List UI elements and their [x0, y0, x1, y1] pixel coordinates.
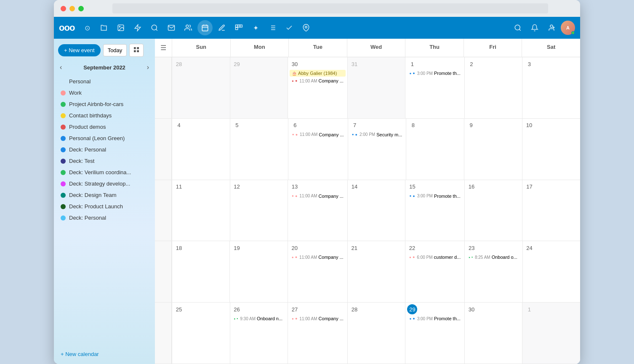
app-bar: ooo ⊙ ✦ [54, 17, 580, 39]
notes-icon[interactable] [214, 20, 229, 35]
app-window: ooo ⊙ ✦ [54, 0, 580, 364]
today-button[interactable]: Today [103, 44, 127, 56]
calendar-item-2[interactable]: Project Airbnb-for-cars [57, 99, 152, 109]
date-number: 1 [524, 304, 534, 314]
activity-icon[interactable] [130, 20, 145, 35]
date-number: 30 [290, 59, 300, 69]
calendar-day-cell[interactable]: 7●2:00 PM Security m... [348, 119, 406, 180]
event-chip[interactable]: ●2:00 PM Security m... [350, 131, 405, 138]
calendar-item-1[interactable]: Work [57, 88, 152, 98]
home-icon[interactable]: ⊙ [80, 20, 95, 35]
event-chip[interactable]: ▪9:30 AM Onboard n... [232, 315, 286, 322]
deck-icon[interactable] [231, 20, 246, 35]
calendar-item-10[interactable]: Deck: Design Team [57, 190, 152, 200]
event-chip[interactable]: ●11:00 AM Company ... [290, 193, 346, 199]
calendar-day-cell[interactable]: 29 [230, 57, 288, 118]
notifications-icon[interactable] [527, 20, 542, 35]
calendar-item-12[interactable]: Deck: Personal [57, 213, 152, 223]
calendar-day-cell[interactable]: 30🎂Abby Galier (1984)●11:00 AM Company .… [288, 57, 347, 118]
calendar-day-cell[interactable]: 30 [464, 303, 522, 364]
event-chip[interactable]: ▪8:25 AM Onboard o... [466, 254, 520, 260]
calendar-item-11[interactable]: Deck: Product Launch [57, 201, 152, 212]
calendar-item-7[interactable]: Deck: Test [57, 156, 152, 166]
calendar-day-cell[interactable]: 12 [230, 180, 288, 241]
new-event-button[interactable]: + New event [58, 44, 101, 56]
event-chip[interactable]: ●11:00 AM Company ... [290, 254, 346, 260]
calendar-day-cell[interactable]: 13●11:00 AM Company ... [288, 180, 347, 241]
search-icon[interactable] [147, 20, 162, 35]
calendar-day-cell[interactable]: 22●6:00 PM customer d... [405, 241, 464, 302]
calendar-day-cell[interactable]: 18 [172, 241, 229, 302]
calendar-day-cell[interactable]: 14 [347, 180, 405, 241]
calendar-day-cell[interactable]: 16 [464, 180, 522, 241]
svg-marker-2 [135, 25, 141, 31]
maps-icon[interactable] [298, 20, 314, 35]
calendar-day-cell[interactable]: 5 [230, 119, 288, 180]
calendar-day-cell[interactable]: 6●11:00 AM Company ... [288, 119, 348, 180]
calendar-name: Deck: Product Launch [69, 203, 123, 210]
calendar-day-cell[interactable]: 27●11:00 AM Company ... [288, 303, 347, 364]
calendar-day-cell[interactable]: 23▪8:25 AM Onboard o... [464, 241, 522, 302]
close-btn[interactable] [61, 6, 66, 11]
calendar-day-cell[interactable]: 10 [522, 119, 580, 180]
calendar-item-3[interactable]: Contact birthdays [57, 110, 152, 121]
calendar-list: PersonalWorkProject Airbnb-for-carsConta… [54, 74, 155, 348]
minimize-btn[interactable] [69, 6, 75, 11]
add-account-icon[interactable] [544, 20, 559, 35]
calendar-day-cell[interactable]: 21 [347, 241, 405, 302]
contacts-icon[interactable] [181, 20, 196, 35]
calendar-day-cell[interactable]: 3 [522, 57, 580, 118]
calendar-item-0[interactable]: Personal [57, 76, 152, 87]
address-bar[interactable] [112, 3, 548, 13]
calendar-item-8[interactable]: Deck: Verilium coordina... [57, 167, 152, 178]
event-chip[interactable]: ●6:00 PM customer d... [407, 254, 463, 260]
calendar-day-cell[interactable]: 17 [522, 180, 580, 241]
files-icon[interactable] [96, 20, 112, 35]
event-chip[interactable]: ●11:00 AM Company ... [290, 131, 346, 138]
calendar-day-cell[interactable]: 4 [172, 119, 230, 180]
event-chip[interactable]: ●3:00 PM Promote th... [407, 193, 463, 199]
calendar-day-cell[interactable]: 19 [229, 241, 287, 302]
mail-icon[interactable] [164, 20, 179, 35]
forms-icon[interactable]: ✦ [248, 20, 263, 35]
new-calendar-button[interactable]: + New calendar [54, 348, 155, 361]
week-row-3: 181920●11:00 AM Company ...2122●6:00 PM … [155, 241, 580, 303]
calendar-day-cell[interactable]: 28 [347, 303, 405, 364]
new-calendar-label: + New calendar [61, 351, 99, 357]
event-chip[interactable]: ●11:00 AM Company ... [290, 77, 346, 84]
calendar-item-5[interactable]: Personal (Leon Green) [57, 133, 152, 143]
event-chip[interactable]: 🎂Abby Galier (1984) [290, 70, 346, 77]
calendar-day-cell[interactable]: 15●3:00 PM Promote th... [405, 180, 464, 241]
calendar-day-cell[interactable]: 1 [522, 303, 580, 364]
calendar-day-cell[interactable]: 1●3:00 PM Promote th... [405, 57, 464, 118]
svg-rect-10 [236, 25, 238, 27]
avatar[interactable]: A [561, 21, 575, 35]
menu-icon[interactable]: ☰ [155, 39, 172, 57]
calendar-day-cell[interactable]: 2 [464, 57, 522, 118]
calendar-day-cell[interactable]: 25 [172, 303, 230, 364]
checkmark-icon[interactable] [282, 20, 297, 35]
calendar-item-9[interactable]: Deck: Strategy develop... [57, 178, 152, 189]
prev-month-button[interactable]: ‹ [57, 62, 64, 73]
event-chip[interactable]: ●3:00 PM Promote th... [407, 315, 463, 322]
calendar-day-cell[interactable]: 31 [347, 57, 405, 118]
photos-icon[interactable] [113, 20, 128, 35]
event-chip[interactable]: ●11:00 AM Company ... [290, 315, 346, 322]
tasks-icon[interactable] [265, 20, 280, 35]
calendar-icon[interactable] [197, 20, 213, 35]
calendar-day-cell[interactable]: 11 [172, 180, 230, 241]
event-chip[interactable]: ●3:00 PM Promote th... [407, 70, 463, 77]
calendar-day-cell[interactable]: 24 [522, 241, 580, 302]
calendar-item-6[interactable]: Deck: Personal [57, 144, 152, 155]
calendar-day-cell[interactable]: 20●11:00 AM Company ... [288, 241, 347, 302]
maximize-btn[interactable] [78, 6, 84, 11]
calendar-day-cell[interactable]: 26▪9:30 AM Onboard n... [230, 303, 288, 364]
next-month-button[interactable]: › [144, 62, 152, 73]
calendar-day-cell[interactable]: 8 [406, 119, 464, 180]
calendar-day-cell[interactable]: 9 [464, 119, 522, 180]
calendar-day-cell[interactable]: 28 [172, 57, 230, 118]
calendar-item-4[interactable]: Product demos [57, 122, 152, 132]
search-right-icon[interactable] [510, 20, 525, 35]
calendar-day-cell[interactable]: 29●3:00 PM Promote th... [405, 303, 464, 364]
view-toggle-button[interactable] [129, 44, 144, 57]
